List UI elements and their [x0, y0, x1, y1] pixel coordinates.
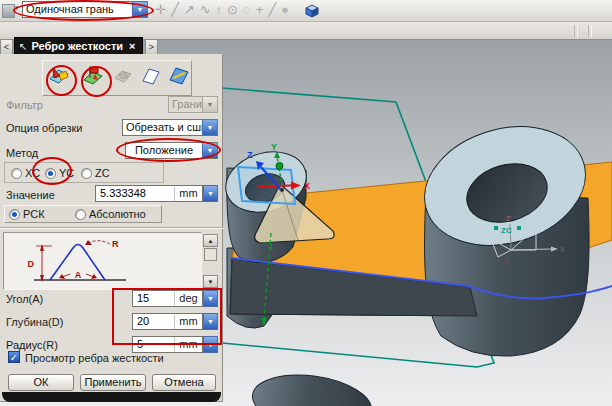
csys-radio-bar: РСК Абсолютно [4, 205, 162, 223]
angle-label: Угол(A) [6, 293, 43, 305]
csys-radio-absolute[interactable]: Абсолютно [75, 208, 146, 220]
depth-label: Глубина(D) [6, 316, 63, 328]
angle-unit: deg [174, 291, 202, 306]
radius-spinner-button[interactable]: ▼ [203, 336, 218, 353]
circle-center-icon[interactable]: ⊙ [227, 0, 238, 20]
profile-depth-label: D [28, 259, 35, 269]
wcs-y-label: Y [504, 258, 509, 265]
profile-preview: D R A [3, 232, 202, 290]
scroll-up-button[interactable]: ▲ [203, 234, 218, 247]
method-combo[interactable]: Положение ▼ [125, 142, 218, 159]
filter-combo: Грани ▼ [168, 96, 218, 113]
toolbar-separator [574, 25, 578, 37]
move-icon[interactable]: ✛ [155, 0, 166, 20]
datum-plane-icon[interactable] [167, 64, 191, 88]
wcs-x-label: X [560, 246, 565, 253]
main-toolbar: ▾ Одиночная грань ▼ ✛ ╱ ↗ ∿ ↑ ⊙ ◌ + ╱ ● [0, 0, 612, 22]
value-unit: mm [174, 186, 202, 201]
curve-icon[interactable]: ∿ [200, 0, 211, 20]
profile-angle-label: A [75, 270, 82, 280]
method-value: Положение [126, 143, 202, 158]
circle-icon[interactable]: ◌ [243, 0, 251, 20]
value-input[interactable]: 5.333348 [96, 186, 174, 201]
axis-radio-zc[interactable]: ZC [81, 167, 110, 179]
plus-icon[interactable]: + [256, 0, 264, 20]
triad-x-label: X [304, 181, 310, 191]
selection-intent-icon[interactable] [2, 4, 15, 18]
triad-z-label: Z [247, 150, 253, 160]
triad-y-label: Y [271, 142, 277, 152]
axis-radio-yc[interactable]: YC [45, 167, 74, 179]
dialog-resize-bar[interactable] [2, 392, 221, 402]
dialog-tab[interactable]: ↖ Ребро жесткости × [14, 37, 143, 55]
sphere-icon[interactable]: ● [281, 0, 289, 20]
radius-unit: mm [174, 337, 202, 352]
type-filter-dropdown-icon[interactable]: ▼ [132, 2, 147, 17]
scroll-down-button[interactable]: ▼ [203, 275, 218, 288]
trim-option-label: Опция обрезки [6, 122, 82, 134]
method-label: Метод [6, 147, 38, 159]
preview-checkbox-label: Просмотр ребра жесткости [25, 352, 164, 364]
ok-button[interactable]: ОК [8, 374, 74, 391]
application-window: X Z Y Z ZC X Y [0, 0, 612, 406]
depth-input[interactable]: 20 [133, 314, 174, 329]
filter-value: Грани [169, 97, 202, 112]
cancel-button[interactable]: Отмена [152, 374, 216, 391]
triad-y-handle[interactable] [276, 163, 283, 170]
angle-field[interactable]: 15 deg [132, 290, 203, 307]
tab-close-button[interactable]: × [127, 40, 137, 52]
axis-radio-group: XC YC ZC [4, 162, 164, 183]
axis-radio-zc-label: ZC [95, 167, 110, 179]
profile-radius-arrowhead [85, 240, 92, 245]
shaded-cube-icon[interactable] [304, 3, 319, 18]
angle-spinner-button[interactable]: ▼ [203, 290, 218, 307]
angle-input[interactable]: 15 [133, 291, 174, 306]
value-field[interactable]: 5.333348 mm [95, 185, 203, 202]
csys-radio-wcs-label: РСК [23, 208, 45, 220]
axis-radio-xc-dot[interactable] [11, 168, 22, 179]
scroll-thumb[interactable] [204, 248, 217, 261]
plane-icon[interactable] [139, 64, 163, 88]
method-dropdown-icon[interactable]: ▼ [202, 143, 217, 158]
depth-field[interactable]: 20 mm [132, 313, 203, 330]
snap-toolbar: ✛ ╱ ↗ ∿ ↑ ⊙ ◌ + ╱ ● [155, 0, 289, 20]
csys-radio-wcs[interactable]: РСК [9, 208, 45, 220]
filter-label: Фильтр [6, 99, 43, 111]
axis-radio-xc[interactable]: XC [11, 167, 40, 179]
arrow-up-icon[interactable]: ↑ [216, 0, 223, 20]
trim-option-dropdown-icon[interactable]: ▼ [202, 120, 217, 135]
radius-input[interactable]: 5 [133, 337, 174, 352]
profile-radius-leader [88, 241, 110, 244]
preview-checkbox[interactable]: ✓ [8, 351, 20, 363]
wcs-handle-right[interactable] [517, 226, 521, 230]
filter-dropdown-icon: ▼ [202, 97, 217, 112]
axis-radio-yc-dot[interactable] [45, 168, 56, 179]
axis-radio-zc-dot[interactable] [81, 168, 92, 179]
toolbar-separator [588, 25, 592, 37]
line-icon[interactable]: ╱ [171, 0, 179, 20]
depth-unit: mm [174, 314, 202, 329]
triad-origin [280, 188, 284, 192]
trim-option-value: Обрезать и сшить [123, 120, 202, 135]
triad-x-axis[interactable] [258, 186, 291, 187]
dialog-nav-prev-button[interactable]: < [0, 39, 13, 55]
select-rib-section-icon[interactable] [81, 64, 105, 88]
apply-button[interactable]: Применить [80, 374, 146, 391]
dialog-nav-next-button[interactable]: > [145, 39, 158, 55]
selection-intent-caret-icon[interactable]: ▾ [15, 4, 19, 12]
value-spinner-button[interactable]: ▼ [203, 185, 218, 202]
type-filter-combo[interactable]: Одиночная грань ▼ [22, 1, 148, 18]
select-target-face-icon[interactable] [47, 64, 71, 88]
slash-icon[interactable]: ╱ [268, 0, 276, 20]
csys-radio-absolute-dot[interactable] [75, 209, 86, 220]
type-filter-value: Одиночная грань [23, 2, 132, 17]
trim-option-combo[interactable]: Обрезать и сшить ▼ [122, 119, 218, 136]
radius-label: Радиус(R) [6, 339, 58, 351]
csys-radio-absolute-label: Абсолютно [89, 208, 146, 220]
tab-cursor-icon: ↖ [19, 41, 27, 52]
depth-spinner-button[interactable]: ▼ [203, 313, 218, 330]
radius-field[interactable]: 5 mm [132, 336, 203, 353]
point-on-line-icon[interactable]: ↗ [184, 0, 195, 20]
wcs-handle-left[interactable] [494, 226, 498, 230]
csys-radio-wcs-dot[interactable] [9, 209, 20, 220]
